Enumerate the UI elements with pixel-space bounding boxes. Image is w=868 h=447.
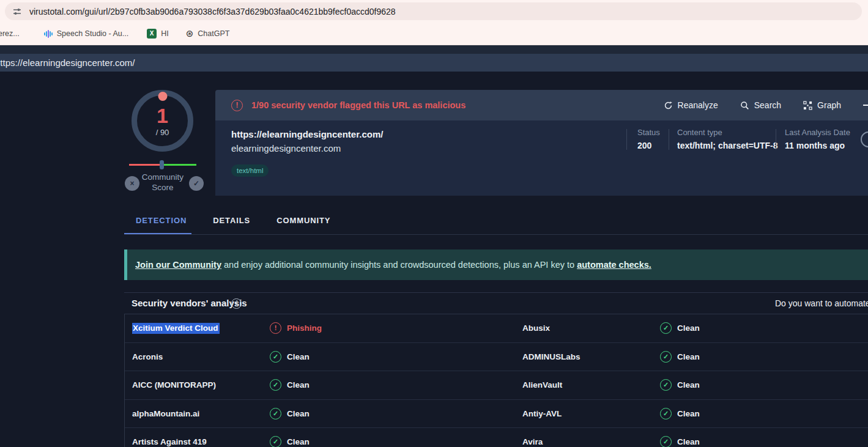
vendors-table: Xcitium Verdict Cloud ! Phishing Abusix … <box>124 314 868 447</box>
verdict-cell: ✓ Clean <box>660 351 700 363</box>
detection-score-total: / 90 <box>137 128 188 137</box>
divider <box>669 129 669 150</box>
waveform-icon <box>44 29 53 39</box>
analysis-card: ! 1/90 security vendor flagged this URL … <box>215 90 868 196</box>
bookmark-label: HI <box>161 29 169 38</box>
community-promo-banner: Join our Community and enjoy additional … <box>124 249 868 280</box>
tab-details[interactable]: DETAILS <box>213 216 250 225</box>
table-row: Artists Against 419 ✓ Clean Avira ✓ Clea… <box>125 428 868 447</box>
tab-community[interactable]: COMMUNITY <box>276 216 330 225</box>
automate-prompt[interactable]: Do you want to automate <box>775 298 868 308</box>
alert-icon: ! <box>231 100 243 111</box>
vendor-name: AlienVault <box>522 380 562 390</box>
vt-search-input[interactable]: https://elearningdesigncenter.com/ <box>0 54 868 72</box>
verdict-label: Clean <box>287 380 310 390</box>
clipped-action-icon[interactable] <box>863 105 868 106</box>
bookmarks-bar: erez... Speech Studio - Au... X HI ⊛ Cha… <box>0 23 868 45</box>
check-icon: ✓ <box>270 436 281 447</box>
reanalyze-button[interactable]: Reanalyze <box>664 100 718 110</box>
vendor-name: Abusix <box>522 323 550 333</box>
verdict-cell: ✓ Clean <box>270 436 310 447</box>
check-icon: ✓ <box>660 379 672 391</box>
verdict-label: Phishing <box>287 323 322 333</box>
analyzed-url[interactable]: https://elearningdesigncenter.com/ <box>231 129 383 139</box>
virustotal-page: virustotal.com/gui/url/2b97c0fb3ab90d6a7… <box>0 0 868 447</box>
promo-text: and enjoy additional community insights … <box>221 260 577 270</box>
check-icon: ✓ <box>270 379 281 391</box>
verdict-label: Clean <box>287 409 310 418</box>
verdict-cell: ✓ Clean <box>660 322 700 334</box>
vt-header-band <box>0 45 868 54</box>
section-title: Security vendors' analysis <box>132 298 247 308</box>
detection-score-value: 1 <box>137 104 188 128</box>
excel-icon: X <box>147 29 157 39</box>
card-actions: Reanalyze Search <box>664 90 868 120</box>
vendor-name: alphaMountain.ai <box>132 409 199 418</box>
bookmark-erez[interactable]: erez... <box>0 29 20 38</box>
bookmark-label: erez... <box>0 29 20 38</box>
table-row: Acronis ✓ Clean ADMINUSLabs ✓ Clean <box>125 343 868 372</box>
chatgpt-icon: ⊛ <box>186 29 194 39</box>
bookmark-label: ChatGPT <box>198 29 229 38</box>
address-bar-url[interactable]: virustotal.com/gui/url/2b97c0fb3ab90d6a7… <box>29 7 396 17</box>
divider <box>124 292 868 293</box>
check-icon: ✓ <box>270 408 281 419</box>
graph-icon <box>803 101 812 110</box>
vendor-name: Avira <box>522 437 543 446</box>
verdict-label: Clean <box>287 352 310 361</box>
status-field: Status 200 <box>637 128 660 150</box>
automate-checks-link[interactable]: automate checks. <box>577 260 651 270</box>
verdict-label: Clean <box>677 323 700 333</box>
verdict-label: Clean <box>677 352 700 361</box>
content-type-field: Content type text/html; charset=UTF-8 <box>677 128 778 150</box>
last-analysis-field: Last Analysis Date 11 months ago <box>785 128 850 150</box>
divider <box>124 234 868 235</box>
clipped-circle-icon <box>861 131 868 147</box>
tab-detection[interactable]: DETECTION <box>136 216 187 225</box>
divider <box>776 129 776 150</box>
verdict-label: Clean <box>677 437 700 446</box>
content-tag[interactable]: text/html <box>231 164 269 177</box>
tab-bar: DETECTION DETAILS COMMUNITY <box>136 216 330 225</box>
verdict-cell: ✓ Clean <box>660 408 700 419</box>
vendor-name: AICC (MONITORAPP) <box>132 380 216 390</box>
join-community-link[interactable]: Join our Community <box>135 260 221 270</box>
detection-dot-icon <box>158 92 167 101</box>
community-score-slider[interactable] <box>129 164 196 166</box>
verdict-label: Clean <box>677 380 700 390</box>
alert-message: 1/90 security vendor flagged this URL as… <box>251 100 466 110</box>
vendor-name: Acronis <box>132 352 163 361</box>
search-icon <box>740 101 749 110</box>
bookmark-chatgpt[interactable]: ⊛ ChatGPT <box>186 29 230 39</box>
analyzed-domain[interactable]: elearningdesigncenter.com <box>231 143 341 153</box>
address-bar[interactable]: virustotal.com/gui/url/2b97c0fb3ab90d6a7… <box>5 2 862 20</box>
alert-banner: ! 1/90 security vendor flagged this URL … <box>215 90 868 120</box>
alert-icon: ! <box>270 322 281 334</box>
table-row: AICC (MONITORAPP) ✓ Clean AlienVault ✓ C… <box>125 371 868 400</box>
check-icon: ✓ <box>660 408 672 419</box>
check-icon: ✓ <box>660 351 672 363</box>
browser-chrome: virustotal.com/gui/url/2b97c0fb3ab90d6a7… <box>0 0 868 45</box>
verdict-cell: ✓ Clean <box>660 436 700 447</box>
vote-harmless-icon[interactable]: ✓ <box>189 176 204 191</box>
reanalyze-icon <box>664 101 673 110</box>
verdict-cell: ✓ Clean <box>270 351 310 363</box>
site-settings-icon[interactable] <box>12 7 22 17</box>
graph-button[interactable]: Graph <box>803 100 841 110</box>
vendor-name: ADMINUSLabs <box>522 352 581 361</box>
table-row: alphaMountain.ai ✓ Clean Antiy-AVL ✓ Cle… <box>125 400 868 429</box>
vote-malicious-icon[interactable]: × <box>125 176 139 191</box>
vendor-name-selected[interactable]: Xcitium Verdict Cloud <box>132 323 220 334</box>
bookmark-label: Speech Studio - Au... <box>57 29 128 38</box>
bookmark-hi[interactable]: X HI <box>147 29 169 39</box>
info-icon[interactable]: i <box>231 298 242 309</box>
check-icon: ✓ <box>660 322 672 334</box>
search-button[interactable]: Search <box>740 100 781 110</box>
verdict-label: Clean <box>677 409 700 418</box>
slider-handle[interactable] <box>160 160 164 169</box>
verdict-label: Clean <box>287 437 310 446</box>
bookmark-speech-studio[interactable]: Speech Studio - Au... <box>44 29 128 39</box>
verdict-cell: ! Phishing <box>270 322 322 334</box>
check-icon: ✓ <box>270 351 281 363</box>
verdict-cell: ✓ Clean <box>270 408 310 419</box>
